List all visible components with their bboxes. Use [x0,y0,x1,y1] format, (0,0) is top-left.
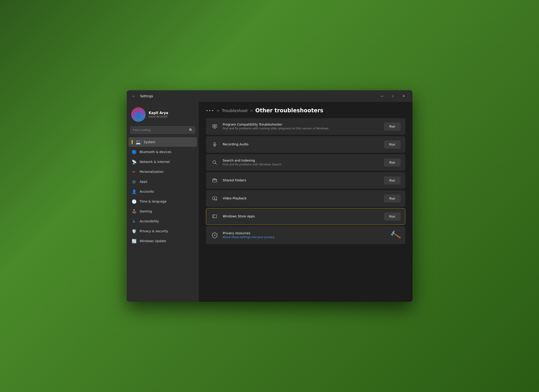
breadcrumb-current: Other troubleshooters [255,107,323,114]
svg-rect-5 [214,143,215,145]
sidebar-item-network[interactable]: 📡 Network & internet [129,157,197,167]
ts-title-windows-store: Windows Store Apps [223,215,380,218]
run-button-search-indexing[interactable]: Run [384,158,401,167]
run-button-video-playback[interactable]: Run [384,194,401,202]
troubleshooter-item-video-playback: Video Playback Run [206,190,405,207]
sidebar-item-personalization[interactable]: ✏️ Personalization [129,167,197,177]
main-content: 👤 Kapil Arya Local Account 🔍 💻 System 🔵 … [127,102,413,302]
ts-title-search-indexing: Search and Indexing [223,159,380,162]
sidebar-item-system[interactable]: 💻 System [129,137,197,147]
nav-label-apps: Apps [140,180,148,183]
nav-icon-system: 💻 [136,139,141,144]
sidebar-item-privacy[interactable]: 🛡️ Privacy & security [129,226,197,236]
ts-desc-privacy-resources[interactable]: About these settings and your privacy [223,235,386,239]
title-bar: ← Settings — □ ✕ [127,90,413,102]
troubleshooter-item-program-compat: Program Compatibility Troubleshooter Fin… [206,118,405,135]
troubleshooter-item-privacy-resources: Privacy resources About these settings a… [206,226,405,244]
svg-rect-1 [214,126,214,126]
svg-point-12 [216,200,217,201]
ts-icon-privacy-resources [211,231,219,239]
nav-label-network: Network & internet [140,160,170,164]
title-bar-left: ← Settings [130,92,377,100]
active-indicator [132,140,133,144]
troubleshooter-item-search-indexing: Search and Indexing Find and fix problem… [206,154,405,171]
svg-rect-14 [212,215,217,218]
breadcrumb: ••• > Troubleshoot > Other troubleshoote… [199,102,413,118]
avatar: 👤 [131,107,146,122]
breadcrumb-sep-2: > [250,109,253,113]
user-info: Kapil Arya Local Account [149,111,194,118]
svg-line-9 [215,163,217,164]
nav-label-system: System [144,140,155,144]
ts-icon-video-playback [211,194,219,202]
breadcrumb-troubleshoot-link[interactable]: Troubleshoot [222,108,248,113]
ts-title-video-playback: Video Playback [223,196,380,200]
svg-point-8 [213,161,216,164]
close-button[interactable]: ✕ [399,92,409,100]
search-icon: 🔍 [189,128,193,132]
sidebar-item-time[interactable]: 🕐 Time & language [129,197,197,206]
back-button[interactable]: ← [130,92,138,100]
nav-label-gaming: Gaming [140,210,152,213]
window-title: Settings [140,94,153,98]
breadcrumb-sep-1: > [217,109,219,113]
user-name: Kapil Arya [149,111,194,115]
ts-desc-program-compat: Find and fix problems with running older… [223,127,380,130]
nav-icon-accessibility: ♿ [132,219,137,224]
ts-text-program-compat: Program Compatibility Troubleshooter Fin… [223,123,380,130]
nav-label-accessibility: Accessibility [140,220,159,223]
nav-label-update: Windows Update [140,239,166,243]
ts-title-recording-audio: Recording Audio [223,143,380,146]
search-input[interactable] [130,126,195,134]
content-area: ••• > Troubleshoot > Other troubleshoote… [199,102,413,302]
user-profile[interactable]: 👤 Kapil Arya Local Account [129,105,197,126]
ts-title-privacy-resources: Privacy resources [223,231,386,235]
ts-title-program-compat: Program Compatibility Troubleshooter [223,123,380,126]
ts-text-privacy-resources: Privacy resources About these settings a… [223,231,386,239]
nav-icon-gaming: 🕹️ [132,209,137,214]
user-type: Local Account [149,115,194,118]
ts-text-shared-folders: Shared Folders [223,178,380,182]
nav-icon-privacy: 🛡️ [132,229,137,234]
ts-title-shared-folders: Shared Folders [223,178,380,182]
nav-label-time: Time & language [140,200,167,203]
sidebar-item-accounts[interactable]: 👤 Accounts [129,187,197,196]
search-box[interactable]: 🔍 [130,126,195,134]
run-button-recording-audio[interactable]: Run [384,140,401,148]
svg-marker-13 [214,198,215,199]
nav-icon-apps: ⊞ [132,179,137,184]
run-button-windows-store[interactable]: Run [384,212,401,220]
sidebar-item-gaming[interactable]: 🕹️ Gaming [129,207,197,216]
ts-icon-windows-store [211,212,219,220]
nav-label-bluetooth: Bluetooth & devices [140,150,172,154]
sidebar-item-update[interactable]: 🔄 Windows Update [129,236,197,246]
nav-label-accounts: Accounts [140,190,154,193]
nav-icon-update: 🔄 [132,239,137,244]
nav-icon-accounts: 👤 [132,189,137,194]
troubleshooter-list: Program Compatibility Troubleshooter Fin… [199,118,413,302]
ts-icon-recording-audio [211,140,219,148]
svg-rect-0 [212,125,217,128]
hammer-icon: 🔨 [389,229,401,241]
sidebar-item-accessibility[interactable]: ♿ Accessibility [129,216,197,226]
maximize-button[interactable]: □ [388,92,398,100]
troubleshooter-item-shared-folders: Shared Folders Run [206,172,405,189]
run-button-shared-folders[interactable]: Run [384,177,401,185]
breadcrumb-dots: ••• [206,108,214,113]
window-controls: — □ ✕ [377,92,409,100]
run-button-program-compat[interactable]: Run [384,122,401,130]
troubleshooter-item-recording-audio: Recording Audio Run [206,136,405,153]
nav-icon-bluetooth: 🔵 [132,149,137,154]
ts-text-video-playback: Video Playback [223,196,380,201]
ts-desc-search-indexing: Find and fix problems with Windows Searc… [223,163,380,167]
svg-rect-10 [212,179,217,182]
nav-icon-time: 🕐 [132,199,137,204]
nav-icon-network: 📡 [132,159,137,164]
svg-rect-2 [215,126,216,126]
minimize-button[interactable]: — [377,92,387,100]
nav-list: 💻 System 🔵 Bluetooth & devices 📡 Network… [129,137,197,246]
ts-icon-program-compat [211,122,219,130]
nav-label-privacy: Privacy & security [140,229,168,233]
sidebar-item-apps[interactable]: ⊞ Apps [129,177,197,186]
sidebar-item-bluetooth[interactable]: 🔵 Bluetooth & devices [129,147,197,157]
